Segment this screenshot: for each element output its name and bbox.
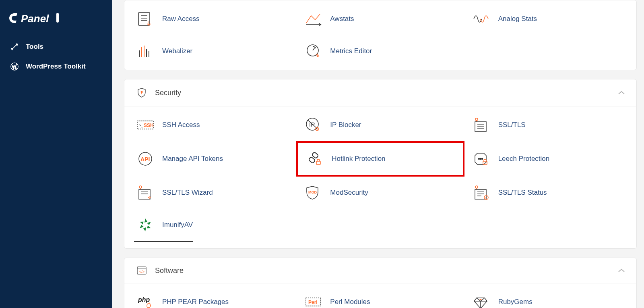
panel-header-software[interactable]: </> Software — [124, 258, 636, 283]
svg-text:SSH: SSH — [144, 123, 154, 128]
ssltls-icon — [470, 115, 493, 135]
svg-rect-3 — [138, 12, 150, 25]
svg-text:API: API — [140, 156, 150, 162]
svg-point-38 — [139, 186, 142, 188]
svg-rect-1 — [56, 13, 59, 23]
item-analog-stats[interactable]: Analog Stats — [464, 3, 632, 35]
panel-software: </> Software php PHP PEAR Packages — [124, 258, 637, 308]
item-label: PHP PEAR Packages — [162, 298, 229, 306]
sidebar-item-label: Tools — [26, 43, 43, 51]
svg-text:i: i — [485, 196, 486, 200]
item-label: Perl Modules — [330, 298, 370, 306]
item-ssh-access[interactable]: >_ SSH SSH Access — [128, 109, 296, 141]
sidebar-item-label: WordPress Toolkit — [26, 62, 86, 71]
item-ip-blocker[interactable]: IP IP Blocker — [296, 109, 464, 141]
api-icon: API — [134, 149, 157, 169]
ssh-icon: >_ SSH — [134, 115, 157, 135]
tools-icon — [9, 43, 20, 51]
item-label: IP Blocker — [330, 121, 361, 129]
svg-text:Perl: Perl — [308, 300, 318, 305]
svg-rect-33 — [316, 161, 320, 164]
main-content: Raw Access Awstats Analo — [112, 0, 644, 308]
item-awstats[interactable]: Awstats — [296, 3, 464, 35]
svg-point-23 — [475, 118, 478, 121]
item-modsecurity[interactable]: MOD ModSecurity — [296, 177, 464, 209]
ip-blocker-icon: IP — [302, 115, 324, 135]
panel-metrics: Raw Access Awstats Analo — [124, 0, 637, 70]
php-icon: php — [134, 292, 157, 308]
svg-point-22 — [317, 129, 318, 130]
perl-icon: Perl — [302, 292, 324, 308]
sidebar: Panel Tools WordPress Toolkit — [0, 0, 112, 308]
item-label: Metrics Editor — [330, 47, 372, 55]
item-label: Leech Protection — [498, 155, 550, 163]
item-label: SSL/TLS Wizard — [162, 189, 213, 197]
item-label: SSL/TLS — [498, 121, 526, 129]
sidebar-item-wordpress[interactable]: WordPress Toolkit — [0, 56, 112, 77]
item-hotlink-protection[interactable]: Hotlink Protection — [296, 141, 464, 177]
item-raw-access[interactable]: Raw Access — [128, 3, 296, 35]
item-php-pear[interactable]: php PHP PEAR Packages — [128, 286, 296, 308]
hotlink-icon — [303, 149, 326, 169]
metrics-editor-icon — [302, 42, 324, 61]
svg-text:</>: </> — [139, 270, 144, 274]
security-grid: >_ SSH SSH Access IP IP Blocker — [124, 106, 636, 248]
item-label: Awstats — [330, 15, 354, 23]
item-label: RubyGems — [498, 298, 533, 306]
panel-security: Security >_ SSH SSH Access — [124, 79, 637, 249]
item-webalizer[interactable]: Webalizer — [128, 35, 296, 67]
svg-point-43 — [149, 198, 150, 199]
item-label: SSH Access — [162, 121, 200, 129]
item-ssl-tls-wizard[interactable]: SSL/TLS Wizard — [128, 177, 296, 209]
svg-point-35 — [480, 158, 481, 160]
svg-point-45 — [475, 186, 478, 188]
item-leech-protection[interactable]: Leech Protection — [464, 141, 632, 177]
webalizer-icon — [134, 42, 157, 61]
modsecurity-icon: MOD — [302, 183, 324, 202]
panel-header-security[interactable]: Security — [124, 79, 636, 106]
svg-text:MOD: MOD — [308, 190, 317, 194]
item-label: ImunifyAV — [162, 221, 193, 229]
metrics-grid: Raw Access Awstats Analo — [124, 0, 636, 70]
security-icon — [136, 87, 148, 98]
panel-title: Security — [155, 89, 181, 97]
item-label: Webalizer — [162, 47, 192, 55]
item-label: Hotlink Protection — [332, 155, 385, 163]
svg-point-13 — [141, 91, 143, 93]
svg-rect-32 — [309, 157, 316, 164]
imunify-icon — [134, 215, 157, 235]
wordpress-icon — [9, 62, 20, 71]
item-label: Raw Access — [162, 15, 200, 23]
sidebar-item-tools[interactable]: Tools — [0, 37, 112, 56]
panel-title: Software — [155, 266, 184, 275]
item-rubygems[interactable]: RubyGems — [464, 286, 632, 308]
svg-rect-47 — [475, 189, 486, 199]
item-label: SSL/TLS Status — [498, 189, 547, 197]
ssltls-status-icon: i — [470, 183, 493, 202]
item-label: Manage API Tokens — [162, 155, 223, 163]
svg-rect-31 — [312, 152, 319, 159]
svg-text:Panel: Panel — [21, 12, 49, 25]
leech-icon — [470, 149, 493, 169]
svg-point-34 — [478, 158, 479, 160]
item-ssl-tls-status[interactable]: i SSL/TLS Status — [464, 177, 632, 209]
awstats-icon — [302, 9, 324, 29]
item-label: Analog Stats — [498, 15, 537, 23]
raw-access-icon — [134, 9, 157, 29]
item-perl-modules[interactable]: Perl Perl Modules — [296, 286, 464, 308]
item-label: ModSecurity — [330, 189, 368, 197]
svg-rect-25 — [475, 122, 486, 131]
item-ssl-tls[interactable]: SSL/TLS — [464, 109, 632, 141]
item-metrics-editor[interactable]: Metrics Editor — [296, 35, 464, 67]
chevron-up-icon — [618, 266, 625, 275]
svg-text:>_: >_ — [139, 123, 143, 127]
ssltls-wizard-icon — [134, 183, 157, 202]
svg-text:php: php — [138, 296, 150, 303]
item-manage-api-tokens[interactable]: API Manage API Tokens — [128, 141, 296, 177]
software-icon: </> — [136, 266, 148, 275]
analog-stats-icon — [470, 9, 493, 29]
item-imunifyav[interactable]: ImunifyAV — [134, 209, 193, 242]
svg-point-36 — [481, 158, 483, 160]
software-grid: php PHP PEAR Packages Perl Perl Modules — [124, 283, 636, 308]
cpanel-logo: Panel — [0, 7, 112, 37]
